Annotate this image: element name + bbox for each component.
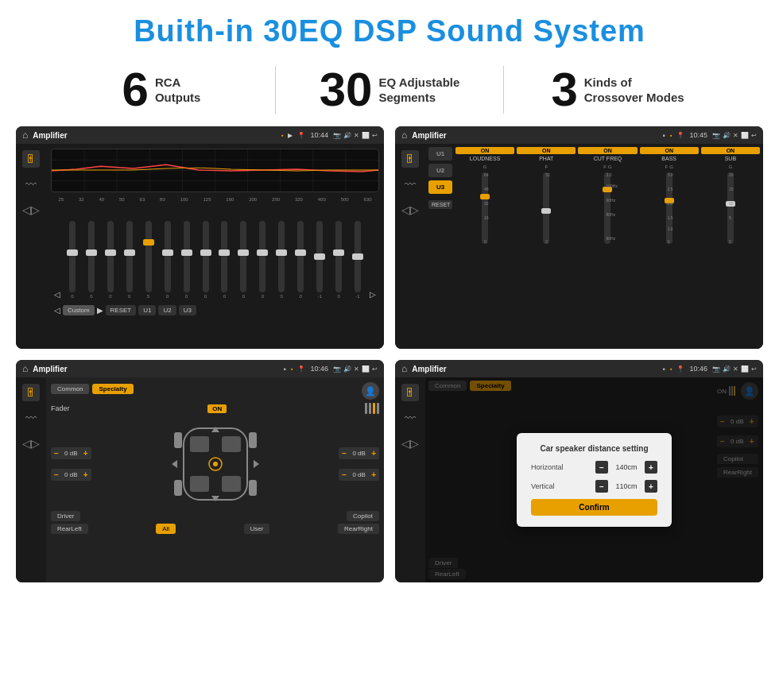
eq-screen-content: 🎚 〰 ◁▷ bbox=[16, 144, 384, 349]
eq-slider-3[interactable]: 0 bbox=[102, 221, 119, 299]
crossover-sidebar-icon-3[interactable]: ◁▷ bbox=[401, 201, 419, 219]
home-icon[interactable]: ⌂ bbox=[22, 130, 28, 141]
eq-slider-4[interactable]: 0 bbox=[121, 221, 138, 299]
eq-slider-2[interactable]: 0 bbox=[83, 221, 100, 299]
left-rear-minus[interactable]: − bbox=[54, 470, 59, 479]
vertical-minus[interactable]: − bbox=[595, 480, 608, 493]
crossover-reset[interactable]: RESET bbox=[428, 200, 452, 209]
sub-slider[interactable]: 20 15 10 5 0 bbox=[727, 172, 734, 244]
sub-on[interactable]: ON bbox=[701, 147, 760, 154]
left-front-minus[interactable]: − bbox=[54, 449, 59, 458]
right-rear-plus[interactable]: + bbox=[371, 470, 376, 479]
crossover-time: 10:45 bbox=[689, 131, 707, 139]
driver-btn[interactable]: Driver bbox=[51, 511, 80, 521]
cutfreq-slider[interactable]: 3.0 100Hz 90Hz 80Hz 60Hz bbox=[604, 172, 610, 244]
u1-preset[interactable]: U1 bbox=[428, 147, 452, 160]
window-icon: ⬜ bbox=[362, 132, 370, 139]
eq-slider-7[interactable]: 0 bbox=[178, 221, 196, 299]
rearright-btn[interactable]: RearRight bbox=[338, 524, 379, 534]
all-btn[interactable]: All bbox=[156, 524, 176, 534]
svg-point-22 bbox=[213, 462, 218, 466]
phat-col: ON PHAT F 32 0 bbox=[517, 147, 576, 346]
left-rear-plus[interactable]: + bbox=[83, 470, 88, 479]
cutfreq-on[interactable]: ON bbox=[578, 147, 637, 154]
fader-main-area: Common Specialty 👤 Fader ON bbox=[46, 377, 384, 582]
u2-preset[interactable]: U2 bbox=[428, 164, 452, 177]
back-icon-3: ↩ bbox=[372, 365, 378, 373]
eq-play-prev[interactable]: ◁ bbox=[54, 306, 60, 315]
eq-play-next[interactable]: ▶ bbox=[97, 306, 103, 315]
fader-sidebar-icon-2[interactable]: 〰 bbox=[22, 409, 40, 427]
eq-slider-11[interactable]: 0 bbox=[254, 221, 271, 299]
u3-preset[interactable]: U3 bbox=[428, 180, 452, 194]
window-icon-3: ⬜ bbox=[362, 365, 370, 373]
eq-left-arrow[interactable]: ◁ bbox=[54, 290, 60, 299]
fader-dot1: ■ bbox=[283, 366, 285, 371]
crossover-sidebar-icon-1[interactable]: 🎚 bbox=[401, 150, 419, 168]
eq-sidebar-icon-2[interactable]: 〰 bbox=[22, 176, 40, 193]
user-btn[interactable]: User bbox=[244, 524, 270, 534]
eq-slider-12[interactable]: 0 bbox=[273, 221, 290, 299]
phat-slider[interactable]: 32 0 bbox=[543, 172, 549, 244]
eq-slider-6[interactable]: 0 bbox=[159, 221, 176, 299]
eq-slider-16[interactable]: -1 bbox=[349, 221, 366, 299]
copilot-btn[interactable]: Copilot bbox=[347, 511, 379, 521]
loudness-on[interactable]: ON bbox=[455, 147, 514, 154]
eq-custom-btn[interactable]: Custom bbox=[63, 305, 95, 315]
home-icon-3[interactable]: ⌂ bbox=[22, 363, 28, 374]
fader-sidebar-icon-3[interactable]: ◁▷ bbox=[22, 435, 40, 452]
confirm-button[interactable]: Confirm bbox=[531, 499, 657, 516]
vertical-control: − 110cm + bbox=[595, 480, 657, 493]
fader-on-button[interactable]: ON bbox=[207, 404, 227, 413]
volume-icon-2: 🔊 bbox=[723, 132, 731, 139]
window-icon-4: ⬜ bbox=[741, 365, 749, 373]
eq-sidebar-icon-1[interactable]: 🎚 bbox=[22, 150, 40, 168]
car-diagram bbox=[168, 420, 263, 508]
eq-slider-13[interactable]: 0 bbox=[292, 221, 309, 299]
phat-on[interactable]: ON bbox=[517, 147, 576, 154]
eq-slider-10[interactable]: 0 bbox=[234, 221, 252, 299]
home-icon-2[interactable]: ⌂ bbox=[401, 130, 407, 141]
left-front-vol: − 0 dB + bbox=[51, 447, 91, 459]
eq-slider-15[interactable]: 0 bbox=[330, 221, 347, 299]
left-front-plus[interactable]: + bbox=[83, 449, 88, 458]
rearleft-btn[interactable]: RearLeft bbox=[51, 524, 88, 534]
crossover-sidebar-icon-2[interactable]: 〰 bbox=[401, 176, 419, 193]
left-vol-controls: − 0 dB + − 0 dB + bbox=[51, 447, 91, 481]
vertical-plus[interactable]: + bbox=[645, 480, 657, 493]
eq-right-arrow[interactable]: ▷ bbox=[370, 290, 376, 299]
stat-rca-desc: RCA Outputs bbox=[155, 75, 201, 106]
stat-crossover: 3 Kinds of Crossover Modes bbox=[504, 66, 731, 114]
eq-reset-btn[interactable]: RESET bbox=[106, 305, 137, 315]
loudness-slider[interactable]: 64 48 32 16 0 bbox=[482, 172, 488, 244]
eq-slider-5[interactable]: 5 bbox=[140, 221, 157, 299]
eq-slider-9[interactable]: 0 bbox=[216, 221, 234, 299]
back-icon-2: ↩ bbox=[751, 132, 757, 139]
home-icon-4[interactable]: ⌂ bbox=[401, 363, 407, 374]
dialog-status-icons: 📷 🔊 ✕ ⬜ ↩ bbox=[712, 365, 757, 373]
right-rear-minus[interactable]: − bbox=[342, 470, 347, 479]
eq-u2-btn[interactable]: U2 bbox=[158, 305, 176, 315]
right-front-minus[interactable]: − bbox=[342, 449, 347, 458]
eq-u1-btn[interactable]: U1 bbox=[138, 305, 156, 315]
horizontal-plus[interactable]: + bbox=[645, 461, 657, 474]
eq-slider-1[interactable]: 0 bbox=[64, 221, 81, 299]
dialog-sidebar-icon-2[interactable]: 〰 bbox=[401, 409, 419, 427]
right-vol-controls: − 0 dB + − 0 dB + bbox=[339, 447, 379, 481]
eq-sidebar-icon-3[interactable]: ◁▷ bbox=[22, 201, 40, 219]
common-tab[interactable]: Common bbox=[51, 384, 89, 394]
dialog-sidebar-icon-1[interactable]: 🎚 bbox=[401, 384, 419, 401]
right-front-plus[interactable]: + bbox=[371, 449, 376, 458]
left-rear-val: 0 dB bbox=[61, 471, 81, 478]
eq-slider-8[interactable]: 0 bbox=[197, 221, 215, 299]
fader-sidebar-icon-1[interactable]: 🎚 bbox=[22, 384, 40, 401]
specialty-tab[interactable]: Specialty bbox=[92, 384, 133, 394]
bass-on[interactable]: ON bbox=[640, 147, 699, 154]
loudness-label: LOUDNESS bbox=[470, 156, 501, 161]
fader-bottom-row1: Driver Copilot bbox=[51, 511, 379, 521]
horizontal-minus[interactable]: − bbox=[595, 461, 608, 474]
eq-u3-btn[interactable]: U3 bbox=[179, 305, 196, 315]
eq-slider-14[interactable]: -1 bbox=[311, 221, 328, 299]
dialog-sidebar-icon-3[interactable]: ◁▷ bbox=[401, 435, 419, 452]
bass-slider[interactable]: 3.0 2.5 2.0 1.5 1.0 0 bbox=[666, 172, 672, 244]
